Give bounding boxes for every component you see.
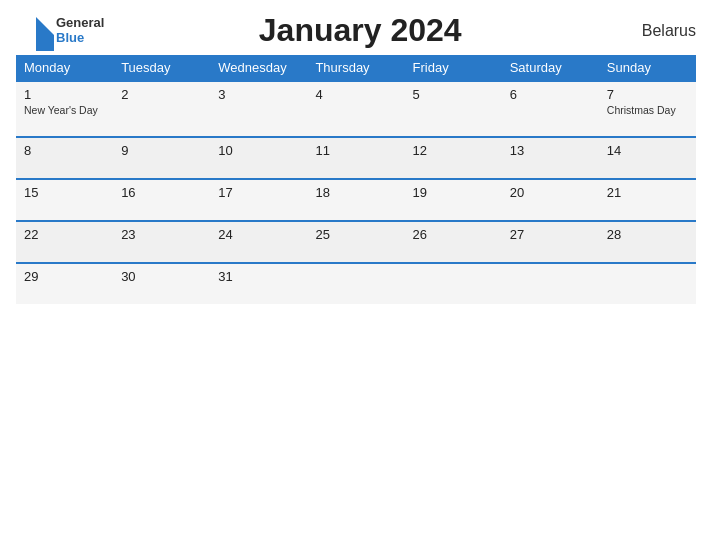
day-number: 21 xyxy=(607,185,688,200)
calendar-cell: 11 xyxy=(307,137,404,179)
day-number: 20 xyxy=(510,185,591,200)
calendar-cell: 31 xyxy=(210,263,307,304)
day-number: 7 xyxy=(607,87,688,102)
day-number: 8 xyxy=(24,143,105,158)
day-number: 17 xyxy=(218,185,299,200)
day-number: 12 xyxy=(413,143,494,158)
calendar-cell: 24 xyxy=(210,221,307,263)
logo-icon xyxy=(16,13,52,49)
calendar-cell: 28 xyxy=(599,221,696,263)
calendar-cell xyxy=(405,263,502,304)
day-number: 22 xyxy=(24,227,105,242)
calendar-cell: 22 xyxy=(16,221,113,263)
day-number: 24 xyxy=(218,227,299,242)
day-number: 15 xyxy=(24,185,105,200)
weekday-header-monday: Monday xyxy=(16,55,113,81)
day-number: 3 xyxy=(218,87,299,102)
day-number: 18 xyxy=(315,185,396,200)
calendar-cell xyxy=(502,263,599,304)
calendar-cell: 12 xyxy=(405,137,502,179)
calendar-cell: 17 xyxy=(210,179,307,221)
calendar-title: January 2024 xyxy=(104,12,616,49)
day-number: 31 xyxy=(218,269,299,284)
weekday-header-sunday: Sunday xyxy=(599,55,696,81)
calendar-cell: 9 xyxy=(113,137,210,179)
country-label: Belarus xyxy=(616,22,696,40)
calendar-cell: 25 xyxy=(307,221,404,263)
header: General Blue January 2024 Belarus xyxy=(16,12,696,49)
calendar-cell: 23 xyxy=(113,221,210,263)
weekday-header-friday: Friday xyxy=(405,55,502,81)
calendar-cell: 30 xyxy=(113,263,210,304)
day-number: 5 xyxy=(413,87,494,102)
calendar-cell: 5 xyxy=(405,81,502,137)
day-number: 30 xyxy=(121,269,202,284)
day-number: 26 xyxy=(413,227,494,242)
day-number: 29 xyxy=(24,269,105,284)
holiday-label: Christmas Day xyxy=(607,104,688,116)
logo-text: General Blue xyxy=(56,16,104,45)
day-number: 28 xyxy=(607,227,688,242)
weekday-header-tuesday: Tuesday xyxy=(113,55,210,81)
calendar-cell: 3 xyxy=(210,81,307,137)
calendar-cell: 6 xyxy=(502,81,599,137)
weekday-header-thursday: Thursday xyxy=(307,55,404,81)
day-number: 4 xyxy=(315,87,396,102)
day-number: 25 xyxy=(315,227,396,242)
calendar-week-row: 1New Year's Day234567Christmas Day xyxy=(16,81,696,137)
calendar-week-row: 22232425262728 xyxy=(16,221,696,263)
day-number: 6 xyxy=(510,87,591,102)
day-number: 19 xyxy=(413,185,494,200)
day-number: 9 xyxy=(121,143,202,158)
calendar-week-row: 15161718192021 xyxy=(16,179,696,221)
calendar-week-row: 293031 xyxy=(16,263,696,304)
calendar-cell: 26 xyxy=(405,221,502,263)
calendar-cell: 20 xyxy=(502,179,599,221)
calendar-table: MondayTuesdayWednesdayThursdayFridaySatu… xyxy=(16,55,696,304)
calendar-cell: 18 xyxy=(307,179,404,221)
calendar-cell: 7Christmas Day xyxy=(599,81,696,137)
day-number: 14 xyxy=(607,143,688,158)
calendar-cell: 15 xyxy=(16,179,113,221)
calendar-cell: 16 xyxy=(113,179,210,221)
day-number: 11 xyxy=(315,143,396,158)
calendar-header: MondayTuesdayWednesdayThursdayFridaySatu… xyxy=(16,55,696,81)
calendar-cell: 29 xyxy=(16,263,113,304)
holiday-label: New Year's Day xyxy=(24,104,105,116)
calendar-cell: 8 xyxy=(16,137,113,179)
calendar-cell: 27 xyxy=(502,221,599,263)
calendar-cell: 13 xyxy=(502,137,599,179)
calendar-week-row: 891011121314 xyxy=(16,137,696,179)
calendar-cell: 21 xyxy=(599,179,696,221)
day-number: 13 xyxy=(510,143,591,158)
calendar-cell xyxy=(307,263,404,304)
calendar-cell xyxy=(599,263,696,304)
day-number: 2 xyxy=(121,87,202,102)
day-number: 16 xyxy=(121,185,202,200)
logo: General Blue xyxy=(16,13,104,49)
logo-blue-label: Blue xyxy=(56,31,104,45)
calendar-cell: 10 xyxy=(210,137,307,179)
day-number: 27 xyxy=(510,227,591,242)
day-number: 10 xyxy=(218,143,299,158)
calendar-cell: 4 xyxy=(307,81,404,137)
calendar-cell: 19 xyxy=(405,179,502,221)
calendar-body: 1New Year's Day234567Christmas Day891011… xyxy=(16,81,696,304)
logo-general-label: General xyxy=(56,16,104,30)
day-number: 1 xyxy=(24,87,105,102)
calendar-cell: 1New Year's Day xyxy=(16,81,113,137)
calendar-cell: 2 xyxy=(113,81,210,137)
page: General Blue January 2024 Belarus Monday… xyxy=(0,0,712,550)
calendar-cell: 14 xyxy=(599,137,696,179)
weekday-header-wednesday: Wednesday xyxy=(210,55,307,81)
day-number: 23 xyxy=(121,227,202,242)
weekday-header-saturday: Saturday xyxy=(502,55,599,81)
weekday-row: MondayTuesdayWednesdayThursdayFridaySatu… xyxy=(16,55,696,81)
